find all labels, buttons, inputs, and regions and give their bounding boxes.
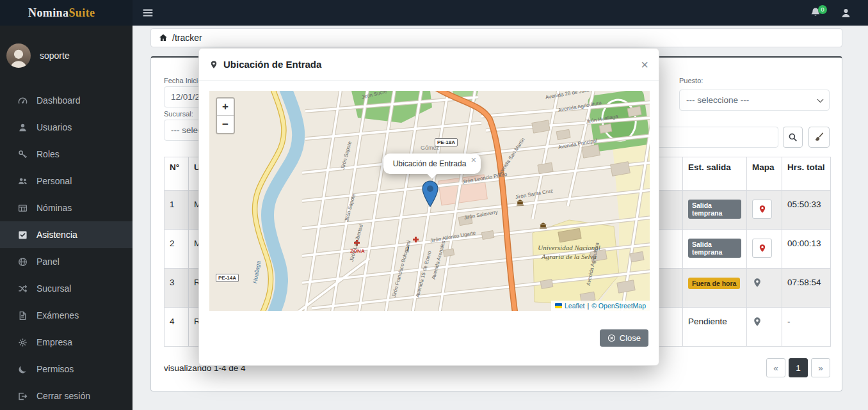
- col-est-salida: Est. salida: [683, 157, 747, 191]
- col-num: N°: [165, 157, 189, 191]
- file-icon: [18, 311, 28, 320]
- route-badge: PE-14A: [216, 274, 239, 282]
- globe-icon: [18, 257, 28, 267]
- map-zoom-control: + −: [216, 97, 235, 134]
- cell-mapa: [747, 191, 782, 230]
- puesto-value: --- seleccione ---: [686, 95, 749, 105]
- modal-close-icon[interactable]: ×: [641, 58, 648, 71]
- map-attribution: Leaflet | © OpenStreetMap: [551, 301, 650, 311]
- col-hrs-total: Hrs. total: [782, 157, 831, 191]
- cell-num: 4: [165, 308, 189, 347]
- map-marker-icon[interactable]: [422, 180, 438, 207]
- sidebar-item-examenes[interactable]: Exámenes: [0, 302, 133, 329]
- search-button[interactable]: [783, 127, 803, 148]
- popup-close-icon[interactable]: ×: [471, 155, 476, 165]
- shuffle-icon: [18, 284, 28, 294]
- sidebar-item-label: Roles: [36, 149, 60, 159]
- location-pin-icon: [209, 60, 218, 69]
- sidebar-item-sucursal[interactable]: Sucursal: [0, 275, 133, 302]
- university-area-label: Universidad Nacional Agraria de la Selva: [537, 243, 601, 262]
- cell-est-salida: Fuera de hora: [683, 269, 747, 308]
- sidebar-item-permisos[interactable]: Permisos: [0, 356, 133, 382]
- breadcrumb-path[interactable]: /tracker: [172, 33, 202, 43]
- modal-body: i Jirón Sucre Avenida 28 de Julio Avenid…: [199, 81, 659, 311]
- cell-est-salida: Pendiente: [683, 308, 747, 347]
- attribution-separator: |: [587, 302, 589, 310]
- avatar-person-icon: [6, 46, 31, 68]
- sidebar-item-cerrar-sesion[interactable]: Cerrar sesión: [0, 382, 133, 409]
- notifications-button[interactable]: 0: [810, 7, 821, 19]
- sidebar-item-personal[interactable]: Personal: [0, 168, 133, 194]
- brand-name-accent: Suite: [68, 6, 95, 20]
- chevron-down-icon: [817, 97, 824, 103]
- sidebar-item-label: Empresa: [36, 337, 72, 347]
- sidebar-item-empresa[interactable]: Empresa: [0, 329, 133, 356]
- avatar: [6, 43, 31, 68]
- app: NominaSuite soporte Dashboard Usuarios R…: [0, 0, 868, 410]
- sidebar-item-nominas[interactable]: Nóminas: [0, 194, 133, 221]
- sidebar-item-usuarios[interactable]: Usuarios: [0, 114, 133, 141]
- hamburger-menu-icon[interactable]: [141, 7, 154, 19]
- osm-link[interactable]: © OpenStreetMap: [591, 302, 646, 310]
- modal-header: Ubicación de Entrada ×: [199, 49, 659, 81]
- user-menu-icon[interactable]: [840, 8, 851, 19]
- cell-hrs-total: -: [782, 308, 831, 347]
- cell-mapa: [747, 308, 782, 347]
- brush-icon: [814, 132, 824, 142]
- status-text: Pendiente: [688, 317, 727, 326]
- cell-num: 1: [165, 191, 189, 230]
- user-icon: [18, 123, 28, 132]
- sucursal-label: Sucursal:: [164, 110, 193, 118]
- map-pin-icon[interactable]: [752, 278, 762, 288]
- modal-title: Ubicación de Entrada: [223, 59, 321, 70]
- sucursal-value: --- selec: [171, 125, 202, 135]
- clear-filters-button[interactable]: [808, 127, 830, 148]
- ubicacion-entrada-modal: Ubicación de Entrada ×: [198, 48, 659, 366]
- sidebar-item-roles[interactable]: Roles: [0, 141, 133, 168]
- map-pin-button[interactable]: [752, 200, 772, 219]
- check-square-icon: [18, 230, 28, 240]
- puesto-select[interactable]: --- seleccione ---: [679, 90, 830, 111]
- map-pin-icon[interactable]: [752, 317, 762, 327]
- sign-out-icon: [18, 391, 28, 401]
- page-next-button[interactable]: »: [811, 358, 830, 377]
- sidebar-item-dashboard[interactable]: Dashboard: [0, 87, 133, 114]
- brand-name-primary: Nomina: [28, 6, 68, 20]
- pagination: « 1 »: [766, 358, 830, 377]
- key-icon: [18, 150, 28, 159]
- leaflet-link[interactable]: Leaflet: [565, 302, 585, 310]
- sidebar-item-label: Panel: [36, 256, 60, 267]
- status-badge: Fuera de hora: [688, 278, 740, 289]
- sidebar-item-label: Sucursal: [36, 283, 71, 294]
- col-mapa: Mapa: [747, 157, 782, 191]
- map-popup-text: Ubicación de Entrada: [393, 159, 467, 168]
- sidebar-item-label: Cerrar sesión: [36, 391, 90, 401]
- sidebar-item-asistencia[interactable]: Asistencia: [0, 221, 133, 248]
- zoom-in-button[interactable]: +: [217, 99, 234, 116]
- brand-logo[interactable]: NominaSuite: [0, 0, 133, 26]
- sidebar-item-label: Personal: [36, 176, 72, 186]
- sidebar-user-panel: soporte: [0, 26, 133, 77]
- zoom-out-button[interactable]: −: [217, 116, 234, 133]
- puesto-label: Puesto:: [679, 77, 703, 84]
- sidebar-item-panel[interactable]: Panel: [0, 248, 133, 275]
- moon-icon: [18, 365, 28, 374]
- status-badge: Salida temprana: [688, 200, 741, 219]
- close-button-label: Close: [620, 333, 641, 343]
- cell-est-salida: Salida temprana: [683, 230, 747, 269]
- cell-est-salida: Salida temprana: [683, 191, 747, 230]
- sidebar-item-label: Nóminas: [36, 203, 72, 213]
- map-pin-button[interactable]: [752, 239, 772, 258]
- sidebar-item-label: Exámenes: [36, 310, 79, 320]
- status-badge: Salida temprana: [688, 239, 741, 258]
- cell-num: 2: [165, 230, 189, 269]
- page-1-button[interactable]: 1: [789, 358, 808, 377]
- topbar: 0: [133, 0, 868, 26]
- gear-icon: [18, 338, 28, 347]
- map-canvas[interactable]: i Jirón Sucre Avenida 28 de Julio Avenid…: [209, 91, 650, 311]
- home-icon[interactable]: [159, 33, 168, 42]
- close-button[interactable]: Close: [600, 329, 648, 347]
- sidebar-menu: Dashboard Usuarios Roles Personal Nómina…: [0, 87, 133, 409]
- gauge-icon: [18, 96, 28, 106]
- page-prev-button[interactable]: «: [766, 358, 785, 377]
